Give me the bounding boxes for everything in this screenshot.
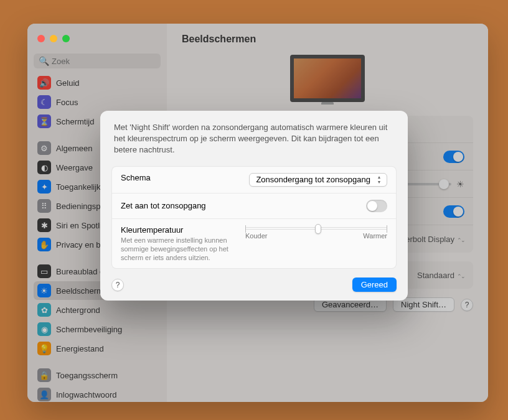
- row-schedule: Schema Zonsondergang tot zonsopgang ▴▾: [112, 167, 396, 194]
- row-label: Kleurtemperatuur: [121, 225, 245, 235]
- sheet-settings-card: Schema Zonsondergang tot zonsopgang ▴▾ Z…: [111, 166, 397, 269]
- nightshift-sheet: Met 'Night Shift' worden na zonsondergan…: [100, 111, 408, 301]
- schedule-select[interactable]: Zonsondergang tot zonsopgang ▴▾: [249, 173, 387, 187]
- slider-label-cold: Kouder: [245, 232, 267, 240]
- row-subtext: Met een warmere instelling kunnen sommig…: [121, 236, 245, 263]
- minimize-window-button[interactable]: [50, 35, 57, 42]
- sheet-help-button[interactable]: ?: [111, 279, 124, 291]
- manual-toggle[interactable]: [366, 200, 387, 212]
- row-temperature: Kleurtemperatuur Met een warmere instell…: [112, 219, 396, 269]
- traffic-lights: [37, 35, 70, 42]
- chevron-updown-icon: ▴▾: [374, 175, 384, 185]
- sheet-description: Met 'Night Shift' worden na zonsondergan…: [100, 122, 408, 166]
- row-manual: Zet aan tot zonsopgang: [112, 194, 396, 219]
- close-window-button[interactable]: [37, 35, 45, 42]
- modal-overlay: Met 'Night Shift' worden na zonsondergan…: [0, 0, 508, 420]
- sheet-footer: ? Gereed: [100, 269, 408, 292]
- zoom-window-button[interactable]: [62, 35, 70, 42]
- done-button[interactable]: Gereed: [352, 278, 397, 292]
- row-label: Zet aan tot zonsopgang: [121, 201, 206, 210]
- slider-label-warm: Warmer: [363, 232, 387, 240]
- temperature-slider[interactable]: Kouder Warmer: [245, 225, 387, 240]
- row-label: Schema: [121, 173, 151, 182]
